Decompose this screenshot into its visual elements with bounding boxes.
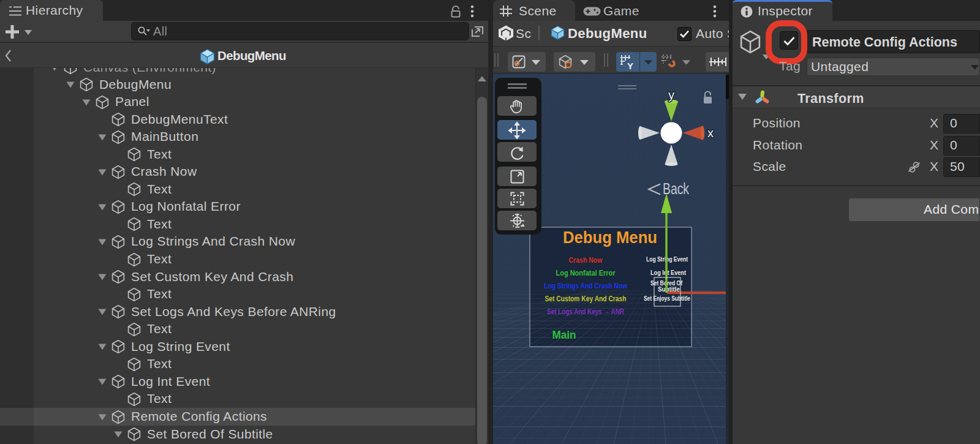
svg-text:x: x	[707, 126, 714, 140]
svg-text:Y: Y	[627, 61, 633, 71]
svg-text:y: y	[668, 88, 674, 102]
